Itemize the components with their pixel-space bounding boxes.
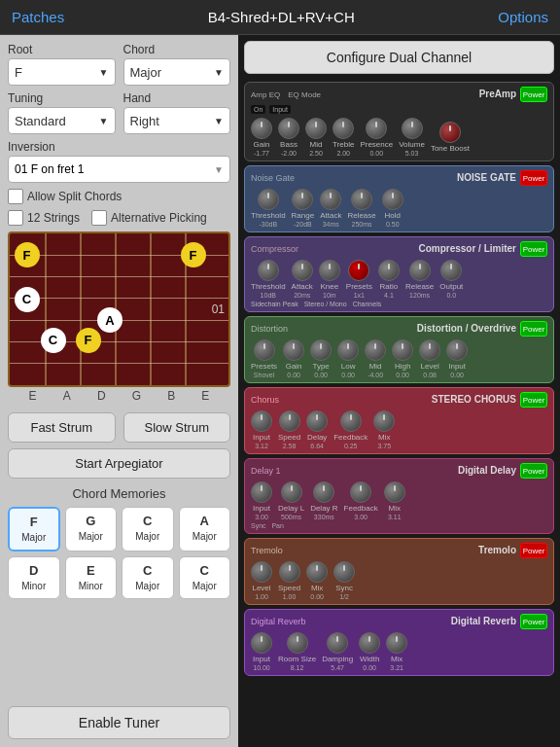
level-d-knob[interactable] [419, 339, 440, 361]
patches-button[interactable]: Patches [12, 9, 64, 25]
mix-tr-knob[interactable] [306, 561, 328, 583]
slow-strum-button[interactable]: Slow Strum [123, 412, 231, 443]
attack-c-knob[interactable] [292, 260, 313, 281]
stereo-label: Stereo / Mono [304, 301, 347, 307]
preamp-power-button[interactable]: Power [520, 87, 547, 102]
enable-tuner-button[interactable]: Enable Tuner [8, 706, 230, 739]
knee-c-knob[interactable] [319, 260, 340, 281]
damping-rv-knob[interactable] [327, 632, 348, 654]
delay-ch-knob[interactable] [306, 410, 328, 432]
tuning-select[interactable]: Standard ▼ [8, 107, 116, 134]
chord-select[interactable]: Major ▼ [123, 58, 231, 86]
mix-dl-knob[interactable] [384, 481, 405, 503]
mix-ch-knob[interactable] [373, 410, 395, 432]
chorus-title: STEREO CHORUS [432, 394, 516, 405]
twelve-strings-item: 12 Strings [8, 210, 80, 226]
attack-ng-knob[interactable] [320, 189, 341, 210]
chord-memory-7[interactable]: C Major [179, 556, 231, 599]
string-labels: E A D G B E [8, 389, 230, 403]
root-select[interactable]: F ▼ [8, 58, 116, 86]
chorus-power-button[interactable]: Power [520, 392, 547, 408]
twelve-strings-checkbox[interactable] [8, 210, 23, 226]
presets-d-knob[interactable] [254, 339, 275, 361]
compressor-power-button[interactable]: Power [520, 241, 547, 257]
fretboard[interactable]: F C F A C F 01 [8, 231, 230, 387]
mid-d-knob[interactable] [365, 339, 386, 361]
chord-memory-5[interactable]: E Minor [65, 556, 118, 599]
treble-knob[interactable] [332, 118, 354, 139]
knob-type-d: Type 0.00 [310, 339, 332, 378]
preamp-on-toggle[interactable]: On [251, 105, 265, 114]
chord-memories-label: Chord Memories [8, 486, 230, 501]
width-rv-knob[interactable] [359, 632, 380, 654]
distortion-power-button[interactable]: Power [520, 321, 547, 337]
chord-memory-1[interactable]: G Major [65, 507, 118, 551]
delayr-dl-knob[interactable] [313, 481, 334, 503]
inversion-select[interactable]: 01 F on fret 1 ▼ [8, 156, 230, 183]
knob-mid: Mid 2.50 [305, 118, 327, 157]
input-d-knob[interactable] [446, 339, 468, 361]
speed-tr-knob[interactable] [279, 561, 300, 583]
tone-boost-knob[interactable] [439, 122, 461, 143]
module-noisegate: Noise Gate NOISE GATE Power Threshold -3… [244, 165, 554, 232]
configure-dual-channel-button[interactable]: Configure Dual Channel [244, 41, 554, 74]
knob-threshold-c: Threshold 10dB [251, 260, 286, 299]
inversion-row: Inversion 01 F on fret 1 ▼ [8, 140, 230, 183]
speed-ch-knob[interactable] [279, 410, 300, 432]
delayl-dl-knob[interactable] [281, 481, 302, 503]
mid-knob[interactable] [305, 118, 327, 139]
alt-picking-checkbox[interactable] [91, 210, 107, 226]
threshold-ng-knob[interactable] [258, 189, 279, 210]
input-dl-knob[interactable] [251, 481, 272, 503]
chord-memory-6[interactable]: C Major [122, 556, 174, 599]
presence-knob[interactable] [366, 118, 387, 139]
volume-knob[interactable] [402, 118, 423, 139]
reverb-power-button[interactable]: Power [520, 614, 547, 629]
hold-ng-knob[interactable] [382, 189, 403, 210]
gain-d-knob[interactable] [283, 339, 304, 361]
chord-memory-0[interactable]: F Major [8, 507, 60, 551]
chord-memory-3[interactable]: A Major [179, 507, 231, 551]
roomsize-rv-knob[interactable] [287, 632, 308, 654]
level-tr-knob[interactable] [251, 561, 272, 583]
tremolo-power-button[interactable]: Power [520, 543, 547, 558]
string-label-d: D [97, 389, 106, 403]
knob-high-d: High 0.00 [392, 339, 413, 378]
fast-strum-button[interactable]: Fast Strum [8, 412, 116, 443]
input-ch-knob[interactable] [251, 410, 272, 432]
noisegate-header: Noise Gate NOISE GATE Power [251, 170, 547, 186]
chord-memory-2[interactable]: C Major [122, 507, 174, 551]
chord-field: Chord Major ▼ [123, 43, 231, 86]
presets-c-knob[interactable] [348, 260, 369, 281]
root-label: Root [8, 43, 116, 56]
delay-power-button[interactable]: Power [520, 463, 547, 479]
input-rv-knob[interactable] [251, 632, 272, 654]
ratio-c-knob[interactable] [378, 260, 400, 281]
low-d-knob[interactable] [337, 339, 359, 361]
threshold-c-knob[interactable] [258, 260, 279, 281]
knob-feedback-dl: Feedback 3.00 [344, 481, 378, 520]
reverb-header: Digital Reverb Digital Reverb Power [251, 614, 547, 629]
range-ng-knob[interactable] [292, 189, 313, 210]
note-a: A [97, 307, 122, 333]
mix-rv-knob[interactable] [386, 632, 407, 654]
chord-memory-4[interactable]: D Minor [8, 556, 60, 599]
feedback-dl-knob[interactable] [350, 481, 371, 503]
noisegate-power-button[interactable]: Power [520, 170, 547, 186]
release-ng-knob[interactable] [351, 189, 372, 210]
preamp-input-toggle[interactable]: Input [269, 105, 291, 114]
allow-split-checkbox[interactable] [8, 189, 23, 204]
hand-select[interactable]: Right ▼ [123, 107, 231, 134]
type-d-knob[interactable] [310, 339, 332, 361]
module-preamp: Amp EQ EQ Mode PreAmp Power On Input Gai… [244, 82, 554, 161]
bass-knob[interactable] [278, 118, 299, 139]
feedback-ch-knob[interactable] [340, 410, 362, 432]
high-d-knob[interactable] [392, 339, 413, 361]
gain-knob[interactable] [251, 118, 272, 139]
options-button[interactable]: Options [498, 9, 548, 25]
release-c-knob[interactable] [409, 260, 431, 281]
start-arp-button[interactable]: Start Arpegiator [8, 448, 230, 479]
output-c-knob[interactable] [440, 260, 462, 281]
sync-tr-knob[interactable] [333, 561, 355, 583]
fret-number: 01 [212, 302, 225, 316]
